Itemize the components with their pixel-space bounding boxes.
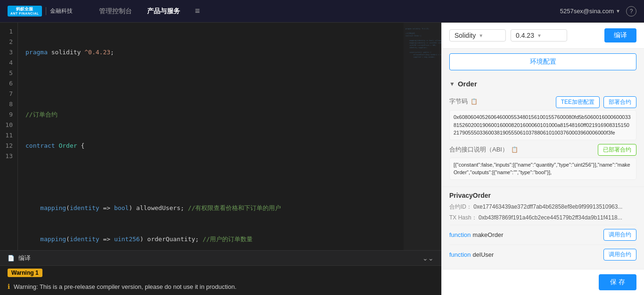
version-arrow-icon: ▼ bbox=[537, 33, 542, 38]
logo-area: 蚂蚁全服 ANT FINANCIAL 金融科技 bbox=[8, 6, 73, 17]
save-bar: 保 存 bbox=[442, 269, 644, 295]
nav-products[interactable]: 产品与服务 bbox=[140, 7, 188, 16]
warning-panel: Warning 1 ℹ Warning: This is a pre-relea… bbox=[0, 265, 441, 295]
warning-badge[interactable]: Warning 1 bbox=[8, 269, 42, 277]
code-panel: 1 2 3 4 5 6 7 8 9 10 11 12 13 pragma sol… bbox=[0, 23, 441, 250]
contract-id-row: 合约ID： 0xe177463439ae372dff7ab4b62858ef8e… bbox=[449, 203, 636, 211]
line-numbers: 1 2 3 4 5 6 7 8 9 10 11 12 13 bbox=[0, 23, 18, 250]
warning-message: ℹ Warning: This is a pre-release compile… bbox=[0, 280, 441, 295]
logo-subtitle: 金融科技 bbox=[46, 7, 73, 15]
contract-chevron-icon: ▼ bbox=[449, 81, 455, 87]
abi-copy-icon[interactable]: 📋 bbox=[511, 146, 518, 153]
code-minimap: pragma solidity ^0.4.23; //订单合约 contract… bbox=[404, 23, 441, 250]
bytecode-label: 字节码 📋 bbox=[449, 97, 478, 106]
function-keyword-2: function bbox=[449, 251, 471, 258]
bytecode-copy-icon[interactable]: 📋 bbox=[471, 98, 478, 105]
contract-name: Order bbox=[458, 80, 477, 88]
language-label: Solidity bbox=[454, 32, 476, 39]
call-deluser-button[interactable]: 调用合约 bbox=[603, 249, 636, 261]
expand-icon[interactable]: ⌄⌄ bbox=[422, 254, 434, 262]
function-name-makeorder: makeOrder bbox=[473, 231, 603, 238]
language-select[interactable]: Solidity ▼ bbox=[449, 29, 506, 42]
contract-header[interactable]: ▼ Order bbox=[449, 75, 636, 93]
compiler-toolbar: Solidity ▼ 0.4.23 ▼ 编译 bbox=[442, 23, 644, 49]
abi-header: 合约接口说明（ABI） 📋 已部署合约 bbox=[449, 144, 636, 156]
file-icon: 📄 bbox=[8, 255, 15, 261]
bytecode-row: 字节码 📋 TEE加密配置 部署合约 0x6080604052606460005… bbox=[449, 96, 636, 140]
compile-label: 编译 bbox=[18, 254, 31, 262]
warning-text: Warning: This is a pre-release compiler … bbox=[14, 283, 237, 290]
compile-button[interactable]: 编译 bbox=[604, 28, 636, 42]
privacy-section: PrivacyOrder 合约ID： 0xe177463439ae372dff7… bbox=[442, 186, 644, 269]
function-keyword-1: function bbox=[449, 231, 471, 238]
logo-ant-financial: 蚂蚁全服 ANT FINANCIAL bbox=[8, 6, 42, 17]
help-button[interactable]: ? bbox=[626, 6, 636, 17]
editor-area: 1 2 3 4 5 6 7 8 9 10 11 12 13 pragma sol… bbox=[0, 23, 441, 295]
contract-id-value: 0xe177463439ae372dff7ab4b62858ef8eb9f999… bbox=[473, 203, 622, 210]
bytecode-value: 0x60806040526064600055348015610015576000… bbox=[449, 110, 636, 140]
env-config-button[interactable]: 环境配置 bbox=[449, 53, 636, 70]
topnav: 蚂蚁全服 ANT FINANCIAL 金融科技 管理控制台 产品与服务 ≡ 52… bbox=[0, 0, 644, 23]
warning-header: Warning 1 bbox=[0, 266, 441, 280]
nav-menu[interactable]: ≡ bbox=[188, 6, 208, 16]
deploy-contract-button[interactable]: 部署合约 bbox=[603, 96, 636, 108]
version-select[interactable]: 0.4.23 ▼ bbox=[511, 29, 567, 42]
user-dropdown-arrow: ▼ bbox=[616, 8, 620, 14]
language-arrow-icon: ▼ bbox=[479, 33, 483, 38]
bytecode-actions: TEE加密配置 部署合约 bbox=[556, 96, 636, 108]
tx-hash-label: TX Hash： bbox=[449, 214, 477, 221]
nav-right: 5257sex@sina.com ▼ ? bbox=[560, 6, 636, 17]
privacy-title: PrivacyOrder bbox=[449, 192, 636, 199]
function-name-deluser: delUser bbox=[473, 251, 603, 258]
version-label: 0.4.23 bbox=[516, 32, 534, 39]
nav-console[interactable]: 管理控制台 bbox=[91, 7, 140, 16]
user-email[interactable]: 5257sex@sina.com ▼ bbox=[560, 8, 620, 15]
abi-label: 合约接口说明（ABI） bbox=[449, 145, 508, 154]
contract-section: ▼ Order 字节码 📋 TEE加密配置 部署合约 0x60806040526… bbox=[442, 75, 644, 186]
main-content: 1 2 3 4 5 6 7 8 9 10 11 12 13 pragma sol… bbox=[0, 23, 644, 295]
code-editor[interactable]: pragma solidity ^0.4.23; //订单合约 contract… bbox=[18, 23, 404, 250]
function-deluser-row: function delUser 调用合约 bbox=[449, 244, 636, 264]
save-button[interactable]: 保 存 bbox=[599, 274, 636, 290]
warning-icon: ℹ bbox=[8, 283, 10, 290]
bytecode-header: 字节码 📋 TEE加密配置 部署合约 bbox=[449, 96, 636, 108]
editor-toolbar: 📄 编译 ⌄⌄ bbox=[0, 250, 441, 265]
call-makeorder-button[interactable]: 调用合约 bbox=[603, 229, 636, 241]
contract-id-label: 合约ID： bbox=[449, 203, 472, 210]
deployed-badge: 已部署合约 bbox=[598, 144, 636, 156]
function-makeorder-row: function makeOrder 调用合约 bbox=[449, 225, 636, 244]
right-panel: Solidity ▼ 0.4.23 ▼ 编译 环境配置 ▼ Order 字节码 bbox=[441, 23, 644, 295]
tx-hash-value: 0xb43f87869f191a46cb2ece445179b2ff34da9b… bbox=[479, 214, 622, 221]
tx-hash-row: TX Hash： 0xb43f87869f191a46cb2ece445179b… bbox=[449, 214, 636, 222]
tee-config-button[interactable]: TEE加密配置 bbox=[556, 96, 600, 108]
abi-row: 合约接口说明（ABI） 📋 已部署合约 [{"constant":false,"… bbox=[449, 144, 636, 180]
abi-value: [{"constant":false,"inputs":[{"name":"qu… bbox=[449, 158, 636, 180]
